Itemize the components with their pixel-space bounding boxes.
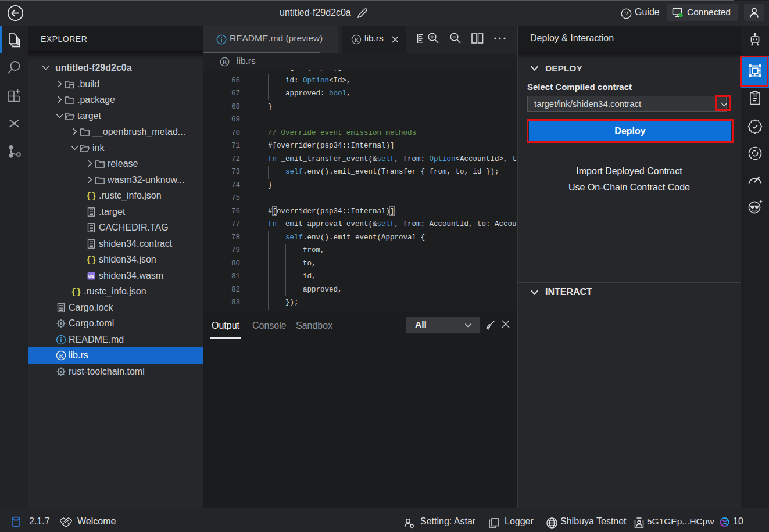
svg-text:?: ?: [624, 10, 628, 17]
svg-text:R: R: [59, 353, 63, 359]
svg-text:R: R: [354, 37, 359, 43]
svg-text:{}: {}: [86, 192, 96, 201]
svg-text:R: R: [223, 59, 227, 65]
svg-text:{}: {}: [86, 256, 96, 265]
svg-text:{}: {}: [71, 287, 81, 297]
svg-text:WA: WA: [88, 274, 95, 278]
